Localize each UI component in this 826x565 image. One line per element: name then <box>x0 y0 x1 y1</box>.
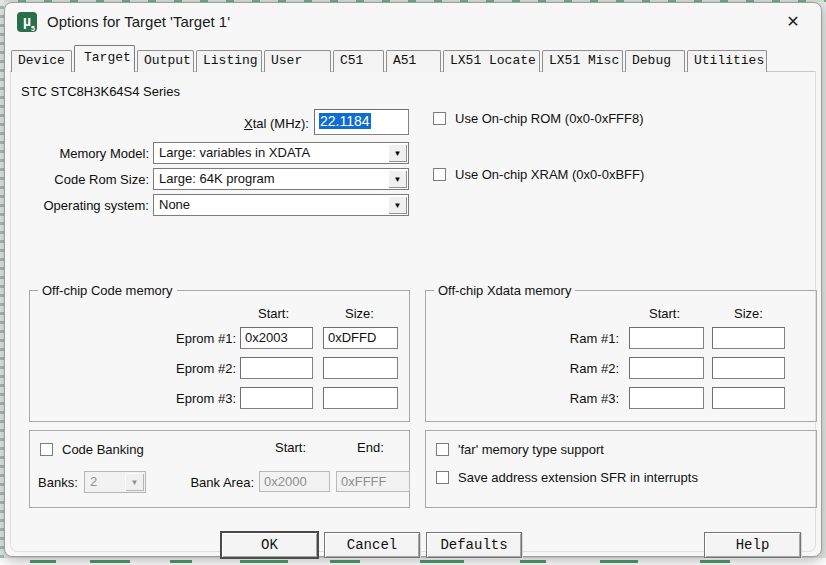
ram3-start-input[interactable] <box>629 387 704 409</box>
code-memory-size-header: Size: <box>345 306 374 321</box>
close-icon[interactable]: ✕ <box>781 11 805 33</box>
tab-listing[interactable]: Listing <box>196 50 262 72</box>
tab-c51[interactable]: C51 <box>333 50 384 72</box>
ram2-start-input[interactable] <box>629 357 704 379</box>
eprom1-label: Eprom #1: <box>130 331 236 346</box>
eprom3-start-input[interactable] <box>240 387 313 409</box>
far-memory-checkbox[interactable] <box>436 443 449 456</box>
xtal-input[interactable]: 22.1184 <box>314 109 409 135</box>
save-sfr-checkbox[interactable] <box>436 471 449 484</box>
ram3-label: Ram #3: <box>533 391 619 406</box>
banks-combobox: 2 ▼ <box>84 471 146 493</box>
operating-system-combobox[interactable]: None ▼ <box>153 194 409 216</box>
code-rom-size-label: Code Rom Size: <box>25 172 149 187</box>
options-dialog: µ 5 Options for Target 'Target 1' ✕ Devi… <box>4 2 822 557</box>
titlebar[interactable]: µ 5 Options for Target 'Target 1' ✕ <box>5 3 821 41</box>
use-onchip-xram-label: Use On-chip XRAM (0x0-0xBFF) <box>455 167 644 182</box>
xtal-label: Xtal (MHz): <box>109 116 309 131</box>
offchip-code-memory-group: Off-chip Code memory Start: Size: Eprom … <box>29 290 410 422</box>
offchip-xdata-memory-group: Off-chip Xdata memory Start: Size: Ram #… <box>425 290 817 422</box>
code-banking-label: Code Banking <box>62 442 144 457</box>
operating-system-value: None <box>159 197 190 212</box>
banks-label: Banks: <box>38 475 78 490</box>
memory-model-value: Large: variables in XDATA <box>159 145 310 160</box>
use-onchip-rom-label: Use On-chip ROM (0x0-0xFFF8) <box>455 111 644 126</box>
code-banking-checkbox[interactable] <box>40 443 53 456</box>
tab-a51[interactable]: A51 <box>386 50 441 72</box>
ram2-label: Ram #2: <box>533 361 619 376</box>
bank-area-start-input: 0x2000 <box>259 471 330 492</box>
code-banking-group: Code Banking Start: End: Banks: 2 ▼ Bank… <box>29 430 410 508</box>
tab-strip: Device Target Output Listing User C51 A5… <box>11 45 769 72</box>
code-rom-size-combobox[interactable]: Large: 64K program ▼ <box>153 168 409 190</box>
tab-utilities[interactable]: Utilities <box>687 50 767 72</box>
use-onchip-rom-row: Use On-chip ROM (0x0-0xFFF8) <box>433 111 644 126</box>
tab-target[interactable]: Target <box>74 45 135 72</box>
banks-value: 2 <box>90 474 97 489</box>
xtal-mnemonic: X <box>244 116 253 131</box>
far-memory-label: 'far' memory type support <box>458 442 604 457</box>
use-onchip-xram-row: Use On-chip XRAM (0x0-0xBFF) <box>433 167 644 182</box>
code-rom-size-dropdown-icon[interactable]: ▼ <box>388 170 407 188</box>
uvision-app-icon: µ 5 <box>17 12 37 32</box>
ram1-label: Ram #1: <box>533 331 619 346</box>
uvision-icon-sub: 5 <box>31 25 35 32</box>
ram3-size-input[interactable] <box>712 387 785 409</box>
xdata-memory-start-header: Start: <box>649 306 680 321</box>
eprom1-start-input[interactable]: 0x2003 <box>240 327 313 349</box>
xtal-value-selected: 22.1184 <box>319 113 371 129</box>
tab-output[interactable]: Output <box>137 50 194 72</box>
code-banking-row: Code Banking <box>40 442 144 457</box>
tab-lx51-locate[interactable]: LX51 Locate <box>443 50 540 72</box>
ram1-start-input[interactable] <box>629 327 704 349</box>
memory-model-dropdown-icon[interactable]: ▼ <box>388 144 407 162</box>
save-sfr-label: Save address extension SFR in interrupts <box>458 470 698 485</box>
banks-dropdown-icon: ▼ <box>125 473 144 491</box>
xdata-memory-size-header: Size: <box>734 306 763 321</box>
bank-area-label: Bank Area: <box>174 475 254 490</box>
eprom1-size-input[interactable]: 0xDFFD <box>323 327 398 349</box>
cancel-button[interactable]: Cancel <box>324 532 420 558</box>
far-options-group: 'far' memory type support Save address e… <box>425 430 817 508</box>
eprom2-start-input[interactable] <box>240 357 313 379</box>
operating-system-dropdown-icon[interactable]: ▼ <box>388 196 407 214</box>
operating-system-label: Operating system: <box>25 198 149 213</box>
bank-area-end-header: End: <box>357 440 384 455</box>
offchip-code-memory-title: Off-chip Code memory <box>38 283 177 298</box>
tab-debug[interactable]: Debug <box>625 50 685 72</box>
eprom3-label: Eprom #3: <box>130 391 236 406</box>
offchip-xdata-memory-title: Off-chip Xdata memory <box>434 283 575 298</box>
use-onchip-rom-checkbox[interactable] <box>433 112 446 125</box>
far-memory-row: 'far' memory type support <box>436 442 604 457</box>
help-button[interactable]: Help <box>704 532 801 558</box>
background-app-bottom <box>0 558 826 565</box>
eprom2-label: Eprom #2: <box>130 361 236 376</box>
memory-model-label: Memory Model: <box>25 146 149 161</box>
use-onchip-xram-checkbox[interactable] <box>433 168 446 181</box>
tab-user[interactable]: User <box>264 50 331 72</box>
defaults-button[interactable]: Defaults <box>426 532 522 558</box>
eprom2-size-input[interactable] <box>323 357 398 379</box>
memory-model-combobox[interactable]: Large: variables in XDATA ▼ <box>153 142 409 164</box>
dialog-title: Options for Target 'Target 1' <box>47 13 230 30</box>
device-series-label: STC STC8H3K64S4 Series <box>21 84 180 99</box>
bank-area-end-input: 0xFFFF <box>336 471 410 492</box>
ram2-size-input[interactable] <box>712 357 785 379</box>
tab-device[interactable]: Device <box>11 50 72 72</box>
xtal-label-rest: tal (MHz): <box>253 116 309 131</box>
code-memory-start-header: Start: <box>258 306 289 321</box>
ram1-size-input[interactable] <box>712 327 785 349</box>
ok-button[interactable]: OK <box>221 532 318 558</box>
save-sfr-row: Save address extension SFR in interrupts <box>436 470 698 485</box>
bank-area-start-header: Start: <box>275 440 306 455</box>
code-rom-size-value: Large: 64K program <box>159 171 275 186</box>
tab-lx51-misc[interactable]: LX51 Misc <box>542 50 623 72</box>
eprom3-size-input[interactable] <box>323 387 398 409</box>
